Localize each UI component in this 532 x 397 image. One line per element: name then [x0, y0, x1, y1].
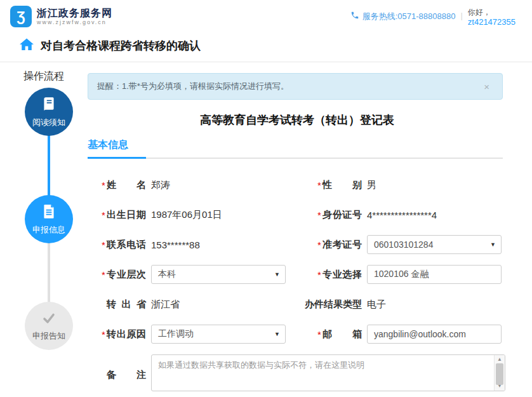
- chevron-down-icon: ▼: [274, 271, 280, 278]
- process-sidebar: 操作流程 阅读须知 申报信息 申报告知: [0, 62, 88, 397]
- phone-icon: [350, 11, 359, 22]
- username-link[interactable]: zt421472355: [468, 17, 515, 27]
- form-row: *联系电话 153******88 *准考证号 060103101284 ▼: [88, 235, 507, 254]
- phone-value: 153******88: [151, 239, 200, 250]
- required-mark: *: [102, 269, 105, 280]
- email-label: *邮箱: [323, 328, 362, 340]
- out-province-label: 转出省: [107, 299, 146, 311]
- required-mark: *: [102, 239, 105, 250]
- step-label: 申报告知: [32, 330, 65, 342]
- book-icon: [41, 96, 57, 115]
- required-mark: *: [102, 210, 105, 220]
- remark-textarea[interactable]: [151, 354, 505, 391]
- step-read-notice: 阅读须知: [25, 88, 73, 136]
- page-title-bar: 对自考合格课程跨省转移的确认: [0, 34, 532, 62]
- birth-date-value: 1987年06月01日: [151, 209, 222, 221]
- main-content: 提醒：1.带*号为必填项，请根据实际情况进行填写。 × 高等教育自学考试转考（转…: [88, 62, 507, 397]
- gender-value: 男: [367, 179, 376, 191]
- out-province-value: 浙江省: [151, 299, 180, 311]
- alert-text: 提醒：1.带*号为必填项，请根据实际情况进行填写。: [97, 81, 289, 92]
- form-row: *出生日期 1987年06月01日 *身份证号 4***************…: [88, 205, 507, 224]
- major-level-select[interactable]: 本科 ▼: [151, 265, 286, 284]
- step-label: 阅读须知: [32, 117, 65, 128]
- service-hotline: 服务热线:0571-88808880: [362, 11, 456, 22]
- textarea-scrollbar[interactable]: ▲ ▼: [494, 355, 505, 391]
- form-row: *转出原因 工作调动 ▼ *邮箱: [88, 325, 507, 344]
- major-input[interactable]: [367, 265, 502, 284]
- form-row: 备注 ▲ ▼: [88, 354, 507, 391]
- document-icon: [41, 203, 57, 222]
- out-reason-select[interactable]: 工作调动 ▼: [151, 325, 286, 344]
- site-url: www.zjzwfw.gov.cn: [37, 19, 112, 26]
- required-mark: *: [102, 180, 105, 191]
- section-header: 基本信息: [88, 138, 503, 159]
- result-type-label: 办件结果类型: [305, 299, 362, 311]
- required-mark: *: [317, 239, 321, 250]
- form-row: *姓名 郑涛 *性别 男: [88, 175, 507, 194]
- scrollbar-thumb[interactable]: [496, 363, 503, 385]
- admission-ticket-select[interactable]: 060103101284 ▼: [367, 235, 502, 254]
- header-divider: |: [460, 11, 462, 20]
- name-value: 郑涛: [151, 179, 170, 191]
- form-row: *专业层次 本科 ▼ *专业选择: [88, 265, 507, 284]
- admission-ticket-label: *准考证号: [323, 239, 362, 251]
- required-mark: *: [317, 210, 321, 220]
- site-logo[interactable]: Ʒ 浙江政务服务网 www.zjzwfw.gov.cn: [10, 6, 112, 27]
- info-alert: 提醒：1.带*号为必填项，请根据实际情况进行填写。 ×: [88, 73, 503, 100]
- email-input[interactable]: [367, 325, 502, 344]
- form-row: 转出省 浙江省 办件结果类型 电子: [88, 295, 507, 314]
- required-mark: *: [317, 329, 321, 340]
- id-number-label: *身份证号: [323, 209, 362, 221]
- scroll-up-icon[interactable]: ▲: [497, 356, 502, 363]
- required-mark: *: [102, 329, 105, 340]
- site-logo-icon: Ʒ: [10, 6, 32, 27]
- basic-info-form: *姓名 郑涛 *性别 男 *出生日期 1987年06月01日 *身份证号 4**…: [88, 175, 507, 391]
- major-level-label: *专业层次: [107, 269, 146, 281]
- chevron-down-icon: ▼: [490, 241, 496, 248]
- check-icon: [40, 311, 58, 328]
- form-title: 高等教育自学考试转考（转出）登记表: [88, 112, 507, 128]
- gender-label: *性别: [323, 179, 362, 191]
- required-mark: *: [317, 180, 321, 191]
- out-reason-label: *转出原因: [107, 328, 146, 340]
- step-declare-info: 申报信息: [25, 195, 73, 243]
- remark-label: 备注: [107, 369, 146, 381]
- home-icon[interactable]: [19, 37, 34, 55]
- step-label: 申报信息: [32, 224, 65, 236]
- greeting-text: 你好，: [468, 7, 515, 17]
- process-title: 操作流程: [0, 70, 88, 83]
- top-bar: Ʒ 浙江政务服务网 www.zjzwfw.gov.cn 服务热线:0571-88…: [0, 0, 532, 34]
- major-label: *专业选择: [323, 269, 362, 281]
- birth-date-label: *出生日期: [107, 209, 146, 221]
- name-label: *姓名: [107, 179, 146, 191]
- close-icon[interactable]: ×: [480, 81, 493, 92]
- page-title: 对自考合格课程跨省转移的确认: [41, 38, 201, 53]
- required-mark: *: [317, 269, 321, 280]
- chevron-down-icon: ▼: [274, 331, 280, 337]
- result-type-value: 电子: [367, 299, 386, 311]
- section-title: 基本信息: [88, 138, 146, 159]
- phone-label: *联系电话: [107, 239, 146, 251]
- step-declare-notice: 申报告知: [25, 302, 73, 350]
- site-name: 浙江政务服务网: [37, 8, 112, 19]
- id-number-value: 4****************4: [367, 210, 437, 220]
